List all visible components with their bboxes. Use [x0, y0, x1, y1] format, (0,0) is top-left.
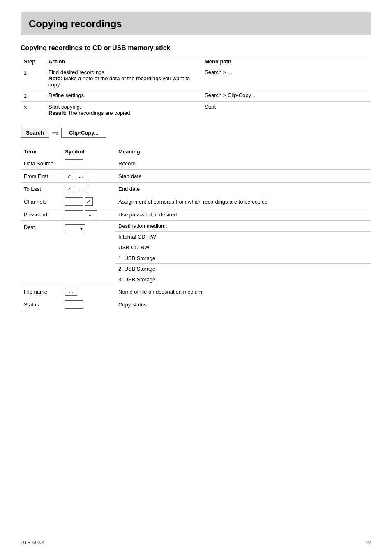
widget-box — [65, 300, 83, 309]
terms-col-term: Term — [21, 146, 62, 157]
result-text: The recordings are copied. — [67, 110, 131, 116]
terms-table: Term Symbol Meaning Data Source Record F… — [21, 146, 371, 311]
symbol-cell: ... — [62, 208, 115, 221]
terms-col-meaning: Meaning — [115, 146, 371, 157]
widget-ellipsis: ... — [75, 172, 87, 180]
widget-box — [65, 159, 83, 167]
dest-meaning-subtable: Destination medium: Internal CD-RW USB-C… — [115, 221, 371, 285]
nav-path: Search ⇒ Clip-Copy... — [21, 128, 371, 138]
meaning-cell: Use password, if desired — [115, 208, 371, 221]
symbol-cell: ▼ — [62, 221, 115, 285]
table-row: Channels ✓ Assignment of cameras from wh… — [21, 195, 371, 208]
table-row: 1 Find desired recordings. Note: Make a … — [21, 67, 371, 90]
note-label: Note: — [48, 75, 62, 81]
step-action: Find desired recordings. Note: Make a no… — [45, 67, 201, 90]
dest-meaning-line: Destination medium: — [115, 221, 371, 232]
meaning-cell: Destination medium: Internal CD-RW USB-C… — [115, 221, 371, 285]
widget-ellipsis: ... — [75, 185, 87, 193]
term-name: Channels — [21, 195, 62, 208]
symbol-cell: ✓ ... — [62, 170, 115, 183]
meaning-cell: Copy status — [115, 298, 371, 311]
table-row: Data Source Record — [21, 157, 371, 170]
widget-box — [65, 210, 83, 218]
symbol-cell — [62, 157, 115, 170]
term-name: To Last — [21, 183, 62, 195]
step-menu: Start — [201, 102, 371, 118]
step-action: Define settings. — [45, 90, 201, 102]
meaning-cell: Name of file on destination medium — [115, 285, 371, 298]
page-footer: DTR-60XX 27 — [21, 540, 371, 545]
term-name: Status — [21, 298, 62, 311]
step-number: 1 — [21, 67, 45, 90]
term-name: Password — [21, 208, 62, 221]
table-row: 2 Define settings. Search > Clip-Copy... — [21, 90, 371, 102]
step-action: Start copying. Result: The recordings ar… — [45, 102, 201, 118]
symbol-cell: ✓ — [62, 195, 115, 208]
footer-page: 27 — [366, 540, 371, 545]
meaning-cell: End date — [115, 183, 371, 195]
steps-col-step: Step — [21, 56, 45, 67]
widget-checkbox: ✓ — [85, 197, 93, 206]
step-number: 2 — [21, 90, 45, 102]
page-title: Copying recordings — [29, 18, 363, 30]
step-menu: Search > ... — [201, 67, 371, 90]
terms-col-symbol: Symbol — [62, 146, 115, 157]
meaning-cell: Start date — [115, 170, 371, 183]
dest-meaning-line: 2. USB Storage — [115, 264, 371, 274]
symbol-cell — [62, 298, 115, 311]
table-row: To Last ✓ ... End date — [21, 183, 371, 195]
page-title-bar: Copying recordings — [21, 12, 371, 35]
steps-table: Step Action Menu path 1 Find desired rec… — [21, 56, 371, 118]
widget-ellipsis: ... — [65, 288, 77, 296]
widget-box — [65, 197, 83, 206]
table-row: From First ✓ ... Start date — [21, 170, 371, 183]
section-heading: Copying recordings to CD or USB memory s… — [21, 44, 371, 52]
symbol-cell: ... — [62, 285, 115, 298]
table-row: Dest. ▼ Destination medium: Internal CD-… — [21, 221, 371, 285]
dest-meaning-line: 3. USB Storage — [115, 274, 371, 285]
widget-checkbox: ✓ — [65, 172, 73, 180]
nav-dest: Clip-Copy... — [61, 128, 106, 138]
meaning-cell: Record — [115, 157, 371, 170]
result-label: Result: — [48, 110, 67, 116]
term-name: File name — [21, 285, 62, 298]
note-text: Make a note of the data of the recording… — [48, 75, 190, 88]
widget-checkbox: ✓ — [65, 185, 73, 193]
table-row: Password ... Use password, if desired — [21, 208, 371, 221]
table-row: Status Copy status — [21, 298, 371, 311]
term-name: Dest. — [21, 221, 62, 285]
widget-ellipsis: ... — [85, 210, 97, 218]
footer-model: DTR-60XX — [21, 540, 44, 545]
dest-meaning-line: Internal CD-RW — [115, 232, 371, 242]
term-name: From First — [21, 170, 62, 183]
symbol-cell: ✓ ... — [62, 183, 115, 195]
step-number: 3 — [21, 102, 45, 118]
step-menu: Search > Clip-Copy... — [201, 90, 371, 102]
widget-dropdown: ▼ — [65, 224, 85, 233]
nav-arrow-icon: ⇒ — [52, 128, 59, 138]
steps-col-menu: Menu path — [201, 56, 371, 67]
dropdown-arrow-icon: ▼ — [79, 227, 83, 231]
dest-meaning-line: USB-CD-RW — [115, 242, 371, 253]
table-row: 3 Start copying. Result: The recordings … — [21, 102, 371, 118]
meaning-cell: Assignment of cameras from which recordi… — [115, 195, 371, 208]
nav-source: Search — [21, 128, 49, 138]
steps-col-action: Action — [45, 56, 201, 67]
term-name: Data Source — [21, 157, 62, 170]
dest-meaning-line: 1. USB Storage — [115, 253, 371, 264]
table-row: File name ... Name of file on destinatio… — [21, 285, 371, 298]
